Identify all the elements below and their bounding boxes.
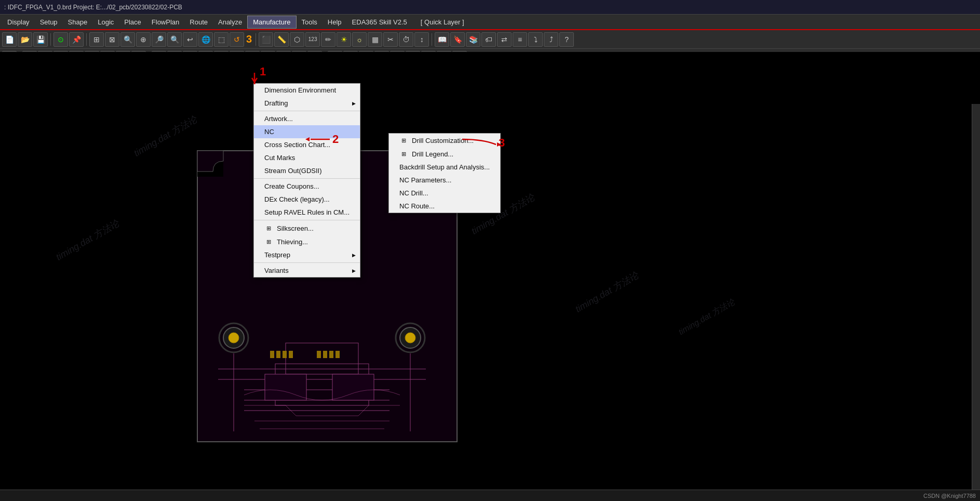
tb-netlist[interactable]: ≡ (513, 32, 527, 47)
dex-check-label: DEx Check (legacy)... (264, 195, 330, 203)
menu-nc-route[interactable]: NC Route... (389, 200, 500, 213)
tb-zoom-world[interactable]: 🌐 (198, 32, 213, 47)
tb-num[interactable]: 123 (305, 32, 320, 47)
menu-manufacture[interactable]: Manufacture (247, 16, 296, 29)
tb-timer[interactable]: ⏱ (399, 32, 413, 47)
menu-dimension-env[interactable]: Dimension Environment (254, 84, 360, 97)
menu-cut-marks[interactable]: Cut Marks (254, 151, 360, 164)
menu-silkscreen[interactable]: ⊞ Silkscreen... (254, 221, 360, 235)
tb-undo[interactable]: ↺ (230, 32, 244, 47)
cross-section-label: Cross Section Chart... (264, 141, 330, 149)
canvas-area[interactable]: timing.dat 方法论 timing.dat 方法论 timing.dat… (0, 52, 980, 501)
menu-thieving[interactable]: ⊞ Thieving... (254, 235, 360, 248)
nc-parameters-label: NC Parameters... (399, 176, 451, 184)
menu-dex-check[interactable]: DEx Check (legacy)... (254, 193, 360, 206)
tb-zoom-out[interactable]: 🔍 (167, 32, 182, 47)
menu-nc[interactable]: NC (254, 125, 360, 138)
svg-rect-23 (323, 351, 327, 358)
menu-create-coupons[interactable]: Create Coupons... (254, 180, 360, 193)
menu-drafting[interactable]: Drafting (254, 97, 360, 110)
menu-setup-ravel[interactable]: Setup RAVEL Rules in CM... (254, 206, 360, 219)
tb-library[interactable]: 📚 (466, 32, 480, 47)
sep3 (256, 33, 256, 46)
silkscreen-label: Silkscreen... (277, 225, 314, 232)
drafting-label: Drafting (264, 99, 288, 107)
svg-text:1: 1 (260, 65, 266, 78)
menu-artwork[interactable]: Artwork... (254, 112, 360, 125)
menu-drill-customization[interactable]: ⊞ Drill Customization... (389, 134, 500, 147)
svg-rect-25 (335, 351, 340, 358)
menu-tools[interactable]: Tools (297, 16, 323, 28)
tb-zoom-in2[interactable]: 🔎 (152, 32, 166, 47)
tb-swap[interactable]: ⇄ (497, 32, 512, 47)
create-coupons-label: Create Coupons... (264, 182, 319, 190)
tb-book[interactable]: 📖 (435, 32, 449, 47)
menu-backdrill[interactable]: Backdrill Setup and Analysis... (389, 161, 500, 174)
menu-bar: Display Setup Shape Logic Place FlowPlan… (0, 15, 980, 30)
tb-grid2[interactable]: ⊠ (105, 32, 119, 47)
tb-zoom-in[interactable]: ⊕ (136, 32, 151, 47)
menu-display[interactable]: Display (2, 16, 35, 28)
menu-logic[interactable]: Logic (92, 16, 119, 28)
svg-rect-16 (265, 374, 306, 400)
svg-rect-21 (289, 351, 293, 358)
menu-cross-section[interactable]: Cross Section Chart... (254, 138, 360, 151)
tb-zoom-fit[interactable]: 🔍 (120, 32, 135, 47)
svg-rect-18 (270, 351, 274, 358)
tb-measure[interactable]: 📏 (274, 32, 289, 47)
menu-setup[interactable]: Setup (35, 16, 63, 28)
tb-zoom-box[interactable]: ⬚ (214, 32, 229, 47)
menu-help[interactable]: Help (323, 16, 347, 28)
svg-point-3 (229, 333, 239, 343)
menu-flowplan[interactable]: FlowPlan (146, 16, 184, 28)
svg-rect-22 (317, 351, 321, 358)
sep-ravel (254, 220, 360, 220)
right-panel[interactable] (972, 104, 980, 490)
tb-new[interactable]: 📄 (2, 32, 17, 47)
tb-pin[interactable]: 📌 (69, 32, 84, 47)
tb-help2[interactable]: ? (559, 32, 574, 47)
tb-tag[interactable]: 🏷 (481, 32, 496, 47)
svg-rect-19 (276, 351, 280, 358)
tb-target-green[interactable]: ⊙ (53, 32, 68, 47)
tb-sun[interactable]: ☀ (337, 32, 351, 47)
tb-chart[interactable]: ▦ (368, 32, 382, 47)
drill-customization-label: Drill Customization... (412, 137, 474, 144)
variants-label: Variants (264, 267, 289, 274)
menu-nc-parameters[interactable]: NC Parameters... (389, 174, 500, 187)
menu-testprep[interactable]: Testprep (254, 248, 360, 261)
tb-zoom-prev[interactable]: ↩ (183, 32, 197, 47)
tb-pencil[interactable]: ✏ (321, 32, 335, 47)
status-bar: CSDN @Knight7788 (0, 490, 980, 501)
menu-drill-legend[interactable]: ⊞ Drill Legend... (389, 147, 500, 161)
tb-save[interactable]: 💾 (33, 32, 48, 47)
testprep-label: Testprep (264, 251, 290, 259)
tb-highlight[interactable]: ⬡ (290, 32, 304, 47)
tb-board[interactable]: ⬛ (259, 32, 273, 47)
tb-import[interactable]: ⤵ (528, 32, 543, 47)
watermark-3: timing.dat 方法论 (573, 269, 641, 315)
tb-bookmark[interactable]: 🔖 (450, 32, 465, 47)
annotations-overlay: 1 2 3 (0, 52, 980, 501)
menu-shape[interactable]: Shape (63, 16, 93, 28)
tb-open[interactable]: 📂 (18, 32, 32, 47)
tb-sun2[interactable]: ☼ (352, 32, 367, 47)
tb-scissors[interactable]: ✂ (383, 32, 398, 47)
tb-cursor-move[interactable]: ↕ (414, 32, 429, 47)
nc-submenu: ⊞ Drill Customization... ⊞ Drill Legend.… (388, 133, 501, 213)
tb-grid[interactable]: ⊞ (89, 32, 104, 47)
menu-nc-drill[interactable]: NC Drill... (389, 187, 500, 200)
watermark-1: timing.dat 方法论 (131, 113, 199, 159)
menu-route[interactable]: Route (184, 16, 213, 28)
menu-stream-out[interactable]: Stream Out(GDSII) (254, 164, 360, 177)
tb-export[interactable]: ⤴ (544, 32, 558, 47)
menu-analyze[interactable]: Analyze (213, 16, 247, 28)
sep2 (86, 33, 87, 46)
svg-point-6 (405, 333, 415, 343)
thieving-label: Thieving... (277, 238, 308, 246)
sep-drafting (254, 111, 360, 111)
menu-place[interactable]: Place (119, 16, 146, 28)
menu-eda365[interactable]: EDA365 Skill V2.5 (347, 16, 412, 28)
svg-rect-24 (329, 351, 333, 358)
menu-variants[interactable]: Variants (254, 264, 360, 277)
